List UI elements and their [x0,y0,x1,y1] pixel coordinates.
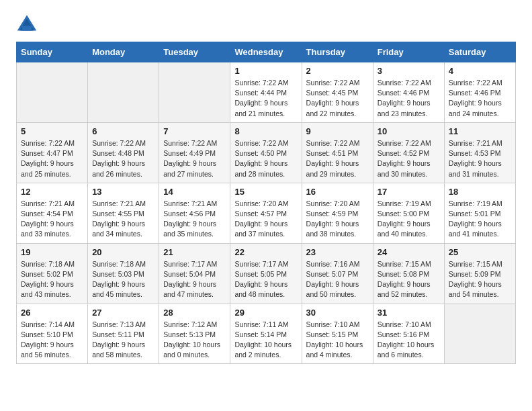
day-number: 18 [449,187,511,197]
day-info: Sunrise: 7:22 AM Sunset: 4:46 PM Dayligh… [378,78,440,119]
week-row-2: 5Sunrise: 7:22 AM Sunset: 4:47 PM Daylig… [17,122,516,183]
day-info: Sunrise: 7:21 AM Sunset: 4:55 PM Dayligh… [92,199,154,240]
day-of-week-saturday: Saturday [444,42,515,62]
day-info: Sunrise: 7:22 AM Sunset: 4:52 PM Dayligh… [378,138,440,179]
day-info: Sunrise: 7:19 AM Sunset: 5:00 PM Dayligh… [378,199,440,240]
calendar-cell [444,304,515,364]
calendar-cell: 12Sunrise: 7:21 AM Sunset: 4:54 PM Dayli… [17,183,88,243]
day-number: 8 [234,126,297,136]
day-number: 6 [92,126,154,136]
days-of-week-row: SundayMondayTuesdayWednesdayThursdayFrid… [17,42,516,62]
day-of-week-thursday: Thursday [302,42,373,62]
day-info: Sunrise: 7:17 AM Sunset: 5:05 PM Dayligh… [234,259,297,300]
day-info: Sunrise: 7:13 AM Sunset: 5:11 PM Dayligh… [92,320,154,361]
calendar-header: SundayMondayTuesdayWednesdayThursdayFrid… [17,42,516,62]
calendar-cell: 10Sunrise: 7:22 AM Sunset: 4:52 PM Dayli… [373,122,444,183]
day-info: Sunrise: 7:19 AM Sunset: 5:01 PM Dayligh… [449,199,511,240]
day-info: Sunrise: 7:22 AM Sunset: 4:44 PM Dayligh… [234,78,297,119]
day-info: Sunrise: 7:11 AM Sunset: 5:14 PM Dayligh… [234,320,297,361]
day-number: 13 [92,187,154,197]
calendar-cell: 9Sunrise: 7:22 AM Sunset: 4:51 PM Daylig… [302,122,373,183]
day-number: 10 [378,126,440,136]
calendar-cell: 7Sunrise: 7:22 AM Sunset: 4:49 PM Daylig… [159,122,230,183]
calendar-cell: 21Sunrise: 7:17 AM Sunset: 5:04 PM Dayli… [159,243,230,304]
calendar-cell: 20Sunrise: 7:18 AM Sunset: 5:03 PM Dayli… [88,243,159,304]
day-info: Sunrise: 7:20 AM Sunset: 4:59 PM Dayligh… [306,199,369,240]
calendar-cell: 31Sunrise: 7:10 AM Sunset: 5:16 PM Dayli… [373,304,444,364]
week-row-3: 12Sunrise: 7:21 AM Sunset: 4:54 PM Dayli… [17,183,516,243]
day-number: 19 [21,247,83,257]
day-number: 16 [306,187,369,197]
day-info: Sunrise: 7:10 AM Sunset: 5:16 PM Dayligh… [378,320,440,361]
calendar-cell: 30Sunrise: 7:10 AM Sunset: 5:15 PM Dayli… [302,304,373,364]
day-info: Sunrise: 7:22 AM Sunset: 4:50 PM Dayligh… [234,138,297,179]
day-number: 17 [378,187,440,197]
day-info: Sunrise: 7:18 AM Sunset: 5:02 PM Dayligh… [21,259,83,300]
day-info: Sunrise: 7:17 AM Sunset: 5:04 PM Dayligh… [163,259,226,300]
day-of-week-wednesday: Wednesday [230,42,302,62]
day-number: 26 [21,308,83,318]
day-number: 25 [449,247,511,257]
calendar-cell: 8Sunrise: 7:22 AM Sunset: 4:50 PM Daylig… [230,122,302,183]
day-of-week-sunday: Sunday [17,42,88,62]
day-info: Sunrise: 7:21 AM Sunset: 4:53 PM Dayligh… [449,138,511,179]
calendar-cell: 22Sunrise: 7:17 AM Sunset: 5:05 PM Dayli… [230,243,302,304]
calendar-cell: 24Sunrise: 7:15 AM Sunset: 5:08 PM Dayli… [373,243,444,304]
day-number: 22 [234,247,297,257]
day-number: 29 [234,308,297,318]
day-number: 27 [92,308,154,318]
day-number: 24 [378,247,440,257]
day-info: Sunrise: 7:18 AM Sunset: 5:03 PM Dayligh… [92,259,154,300]
calendar-cell: 13Sunrise: 7:21 AM Sunset: 4:55 PM Dayli… [88,183,159,243]
day-number: 23 [306,247,369,257]
logo-icon [16,13,38,32]
calendar-cell: 2Sunrise: 7:22 AM Sunset: 4:45 PM Daylig… [302,62,373,123]
calendar-cell: 3Sunrise: 7:22 AM Sunset: 4:46 PM Daylig… [373,62,444,123]
week-row-4: 19Sunrise: 7:18 AM Sunset: 5:02 PM Dayli… [17,243,516,304]
calendar-cell: 4Sunrise: 7:22 AM Sunset: 4:46 PM Daylig… [444,62,515,123]
calendar-cell: 27Sunrise: 7:13 AM Sunset: 5:11 PM Dayli… [88,304,159,364]
day-number: 12 [21,187,83,197]
calendar-cell: 1Sunrise: 7:22 AM Sunset: 4:44 PM Daylig… [230,62,302,123]
day-number: 1 [234,66,297,76]
day-info: Sunrise: 7:21 AM Sunset: 4:54 PM Dayligh… [21,199,83,240]
calendar-cell: 6Sunrise: 7:22 AM Sunset: 4:48 PM Daylig… [88,122,159,183]
page: SundayMondayTuesdayWednesdayThursdayFrid… [0,0,532,377]
calendar-cell: 25Sunrise: 7:15 AM Sunset: 5:09 PM Dayli… [444,243,515,304]
day-info: Sunrise: 7:22 AM Sunset: 4:51 PM Dayligh… [306,138,369,179]
calendar: SundayMondayTuesdayWednesdayThursdayFrid… [16,42,516,364]
day-number: 30 [306,308,369,318]
day-number: 2 [306,66,369,76]
day-number: 3 [378,66,440,76]
calendar-cell: 15Sunrise: 7:20 AM Sunset: 4:57 PM Dayli… [230,183,302,243]
logo [16,13,42,32]
calendar-cell [88,62,159,123]
day-number: 31 [378,308,440,318]
svg-rect-2 [22,26,32,30]
calendar-body: 1Sunrise: 7:22 AM Sunset: 4:44 PM Daylig… [17,62,516,364]
day-number: 4 [449,66,511,76]
calendar-cell: 23Sunrise: 7:16 AM Sunset: 5:07 PM Dayli… [302,243,373,304]
day-of-week-monday: Monday [88,42,159,62]
day-info: Sunrise: 7:22 AM Sunset: 4:46 PM Dayligh… [449,78,511,119]
day-info: Sunrise: 7:22 AM Sunset: 4:45 PM Dayligh… [306,78,369,119]
calendar-cell: 16Sunrise: 7:20 AM Sunset: 4:59 PM Dayli… [302,183,373,243]
day-info: Sunrise: 7:20 AM Sunset: 4:57 PM Dayligh… [234,199,297,240]
day-number: 5 [21,126,83,136]
calendar-cell: 19Sunrise: 7:18 AM Sunset: 5:02 PM Dayli… [17,243,88,304]
day-of-week-tuesday: Tuesday [159,42,230,62]
calendar-cell: 26Sunrise: 7:14 AM Sunset: 5:10 PM Dayli… [17,304,88,364]
day-info: Sunrise: 7:22 AM Sunset: 4:49 PM Dayligh… [163,138,226,179]
day-of-week-friday: Friday [373,42,444,62]
calendar-cell: 18Sunrise: 7:19 AM Sunset: 5:01 PM Dayli… [444,183,515,243]
calendar-cell: 29Sunrise: 7:11 AM Sunset: 5:14 PM Dayli… [230,304,302,364]
day-number: 14 [163,187,226,197]
day-info: Sunrise: 7:14 AM Sunset: 5:10 PM Dayligh… [21,320,83,361]
calendar-cell: 11Sunrise: 7:21 AM Sunset: 4:53 PM Dayli… [444,122,515,183]
calendar-cell [159,62,230,123]
day-info: Sunrise: 7:12 AM Sunset: 5:13 PM Dayligh… [163,320,226,361]
header [16,13,516,32]
calendar-cell: 28Sunrise: 7:12 AM Sunset: 5:13 PM Dayli… [159,304,230,364]
day-info: Sunrise: 7:22 AM Sunset: 4:48 PM Dayligh… [92,138,154,179]
calendar-cell: 14Sunrise: 7:21 AM Sunset: 4:56 PM Dayli… [159,183,230,243]
